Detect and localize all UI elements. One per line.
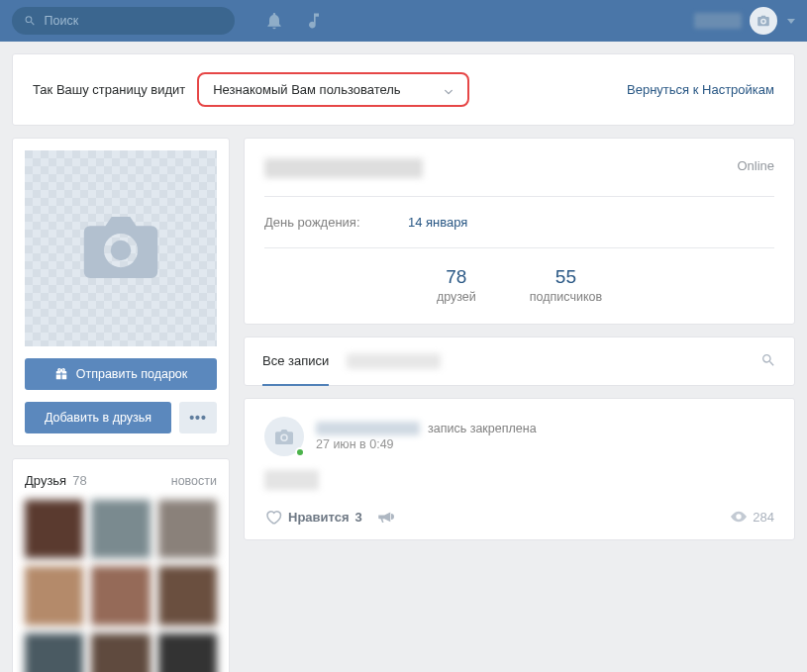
viewer-select-value: Незнакомый Вам пользователь	[213, 82, 400, 97]
views-counter: 284	[731, 510, 774, 525]
profile-stats: 78друзей55подписчиков	[264, 266, 774, 304]
like-label: Нравится	[288, 510, 350, 525]
friend-cell[interactable]	[91, 566, 150, 624]
friends-grid	[25, 500, 217, 672]
profile-photo-placeholder[interactable]	[25, 150, 217, 346]
views-count: 284	[753, 510, 774, 525]
stat-item[interactable]: 78друзей	[437, 266, 476, 304]
profile-name-blur	[264, 158, 423, 178]
friends-count: 78	[72, 473, 86, 488]
friends-news-link[interactable]: новости	[171, 474, 217, 488]
friend-cell[interactable]	[158, 500, 217, 558]
eye-icon	[731, 511, 747, 523]
search-input[interactable]	[45, 14, 223, 28]
birthday-label: День рождения:	[264, 215, 408, 230]
friend-cell[interactable]	[158, 566, 217, 624]
photo-card: Отправить подарок Добавить в друзья •••	[12, 138, 230, 446]
megaphone-icon	[376, 508, 394, 526]
camera-icon	[275, 430, 293, 444]
add-friend-button[interactable]: Добавить в друзья	[25, 402, 171, 433]
like-count: 3	[355, 510, 362, 525]
stat-number: 78	[437, 266, 476, 288]
wall-search-button[interactable]	[760, 352, 776, 371]
music-icon[interactable]	[304, 11, 324, 31]
stat-label: друзей	[437, 290, 476, 304]
send-gift-label: Отправить подарок	[76, 367, 188, 381]
search-box[interactable]	[12, 7, 235, 35]
post-author-name-blur[interactable]	[316, 422, 420, 435]
post-pinned-label: запись закреплена	[428, 422, 537, 435]
topbar-user[interactable]	[694, 7, 795, 35]
heart-icon	[264, 508, 282, 526]
bell-icon[interactable]	[264, 11, 284, 31]
friend-cell[interactable]	[25, 633, 83, 672]
notice-text: Так Вашу страницу видит	[33, 82, 185, 97]
online-dot	[295, 447, 305, 457]
friends-card: Друзья 78 новости	[12, 458, 230, 672]
search-icon	[24, 14, 37, 28]
gift-icon	[54, 367, 68, 381]
chevron-down-icon	[787, 19, 795, 24]
stat-label: подписчиков	[530, 290, 602, 304]
post-card: запись закреплена 27 июн в 0:49 Нравится…	[244, 398, 795, 540]
like-button[interactable]: Нравится 3	[264, 508, 362, 526]
top-bar	[0, 0, 807, 42]
topbar-icons	[264, 11, 324, 31]
post-date[interactable]: 27 июн в 0:49	[316, 437, 537, 451]
search-icon	[760, 352, 776, 368]
avatar	[750, 7, 777, 35]
send-gift-button[interactable]: Отправить подарок	[25, 358, 217, 390]
friend-cell[interactable]	[158, 633, 217, 672]
online-status: Online	[737, 158, 774, 178]
wall-tabs: Все записи	[245, 337, 794, 385]
stat-item[interactable]: 55подписчиков	[530, 266, 602, 304]
more-button[interactable]: •••	[179, 402, 217, 433]
tab-all-posts[interactable]: Все записи	[262, 337, 329, 386]
add-friend-label: Добавить в друзья	[45, 411, 151, 425]
view-as-notice: Так Вашу страницу видит Незнакомый Вам п…	[12, 53, 795, 126]
friend-cell[interactable]	[25, 566, 83, 624]
camera-icon	[757, 14, 770, 28]
back-to-settings-link[interactable]: Вернуться к Настройкам	[627, 82, 774, 97]
camera-icon	[82, 217, 159, 281]
friend-cell[interactable]	[25, 500, 83, 558]
share-button[interactable]	[376, 508, 394, 526]
birthday-value[interactable]: 14 января	[408, 215, 467, 230]
chevron-down-icon	[444, 85, 454, 95]
friend-cell[interactable]	[91, 500, 150, 558]
more-label: •••	[189, 413, 207, 423]
user-name-blur	[694, 13, 742, 29]
tab-blur[interactable]	[347, 353, 441, 369]
friend-cell[interactable]	[91, 633, 150, 672]
post-author-avatar[interactable]	[264, 417, 304, 456]
post-content-blur	[264, 470, 319, 490]
profile-header-card: Online День рождения: 14 января 78друзей…	[244, 138, 795, 325]
wall-card: Все записи	[244, 336, 795, 386]
friends-title[interactable]: Друзья	[25, 473, 66, 488]
viewer-select[interactable]: Незнакомый Вам пользователь	[197, 72, 469, 107]
stat-number: 55	[530, 266, 602, 288]
